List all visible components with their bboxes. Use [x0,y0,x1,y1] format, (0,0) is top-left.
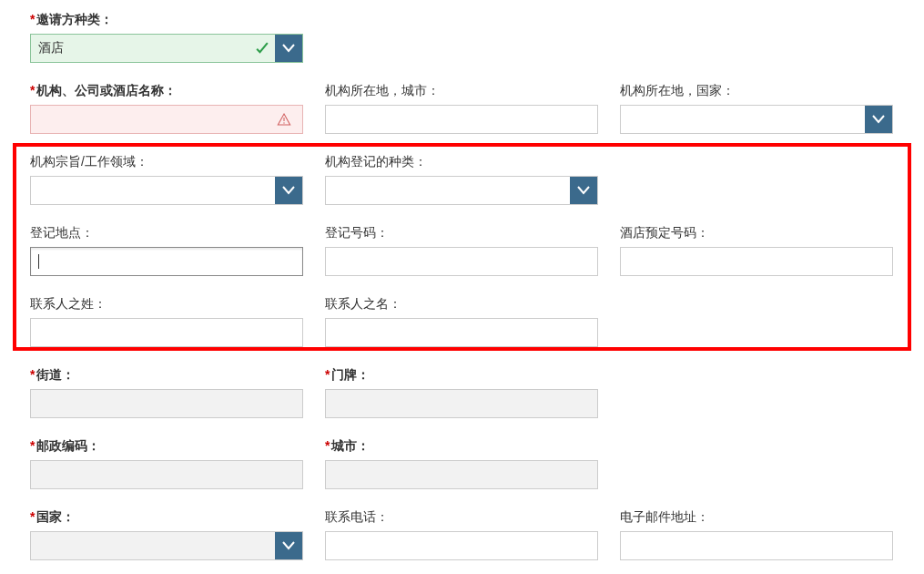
inviting-party-type-select[interactable]: 酒店 [30,34,303,63]
field-reg-type: 机构登记的种类： [325,154,598,205]
field-contact-lastname: 联系人之姓： [30,296,303,347]
field-reg-number: 登记号码： [325,225,598,276]
country-select[interactable] [30,531,303,560]
org-name-input[interactable] [30,105,303,134]
contact-lastname-input[interactable] [30,318,303,347]
field-org-country: 机构所在地，国家： [620,83,893,134]
field-country: *国家： [30,509,303,560]
phone-input[interactable] [325,531,598,560]
field-inviting-party-type: * 邀请方种类： 酒店 [30,12,303,63]
org-country-select[interactable] [620,105,893,134]
hotel-booking-input[interactable] [620,247,893,276]
field-hotel-booking: 酒店预定号码： [620,225,893,276]
dropdown-button[interactable] [275,177,302,204]
check-icon [253,39,271,57]
field-org-city: 机构所在地，城市： [325,83,598,134]
reg-type-select[interactable] [325,176,598,205]
warning-icon [277,112,291,127]
dropdown-button[interactable] [275,532,302,559]
city-input[interactable] [325,460,598,489]
field-org-purpose: 机构宗旨/工作领域： [30,154,303,205]
label: * 邀请方种类： [30,12,303,30]
field-phone: 联系电话： [325,509,598,560]
text-cursor [38,254,39,269]
field-org-name: *机构、公司或酒店名称： [30,83,303,134]
org-city-input[interactable] [325,105,598,134]
field-reg-place: 登记地点： [30,225,303,276]
field-city: *城市： [325,438,598,489]
org-purpose-select[interactable] [30,176,303,205]
select-value: 酒店 [31,35,253,62]
form-page: * 邀请方种类： 酒店 *机构、公司或酒店名称： [0,0,924,574]
dropdown-button[interactable] [275,35,302,62]
zip-input[interactable] [30,460,303,489]
dropdown-button[interactable] [570,177,597,204]
field-zip: *邮政编码： [30,438,303,489]
label-text: 邀请方种类： [36,12,113,28]
field-email: 电子邮件地址： [620,509,893,560]
house-input[interactable] [325,389,598,418]
contact-firstname-input[interactable] [325,318,598,347]
email-input[interactable] [620,531,893,560]
field-street: *街道： [30,367,303,418]
svg-point-1 [283,122,284,123]
dropdown-button[interactable] [865,106,892,133]
field-house: *门牌： [325,367,598,418]
reg-place-input[interactable] [30,247,303,276]
street-input[interactable] [30,389,303,418]
required-mark: * [30,12,35,26]
reg-number-input[interactable] [325,247,598,276]
field-contact-firstname: 联系人之名： [325,296,598,347]
